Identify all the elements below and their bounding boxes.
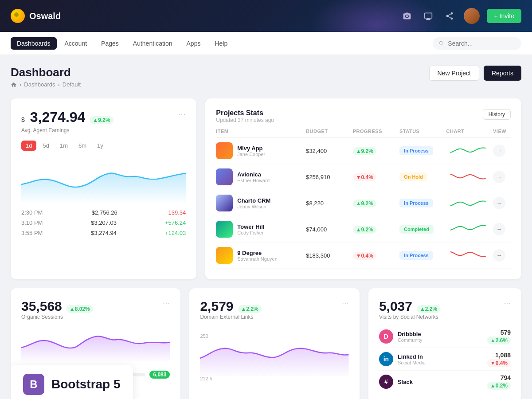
- project-progress: ▼0.4%: [353, 173, 376, 181]
- table-row: 9 Degree Savannah Nguyen $183,300 ▼0.4% …: [216, 243, 511, 269]
- project-owner: Esther Howard: [237, 178, 270, 183]
- nav-account[interactable]: Account: [59, 37, 94, 50]
- avatar[interactable]: [464, 8, 480, 24]
- nav-pages[interactable]: Pages: [95, 37, 125, 50]
- links-value: 2,579: [200, 299, 233, 314]
- earnings-card: $ 3,274.94 ▲9.2% Avg. Agent Earnings ⋯ 1…: [11, 98, 196, 279]
- organic-sessions-card: 35,568 ▲8.02% Organic Sessions ⋯: [11, 288, 180, 399]
- social-label: Visits by Social Networks: [379, 314, 440, 320]
- table-row: Avionica Esther Howard $256,910 ▼0.4% On…: [216, 164, 511, 190]
- organic-label: Organic Sessions: [21, 314, 93, 320]
- nav-dashboards[interactable]: Dashboards: [11, 37, 57, 50]
- history-button[interactable]: History: [483, 109, 511, 120]
- row2-time: 3:10 PM: [21, 219, 43, 226]
- row1-change: -139.34: [166, 209, 186, 216]
- page-title-section: Dashboard › Dashboards › Default: [11, 66, 81, 88]
- data-row-2: 3:10 PM $3,207.03 +576.24: [21, 219, 186, 226]
- table-row: Charto CRM Jenny Wilson $8,220 ▲9.2% In …: [216, 190, 511, 216]
- links-label: Domain External Links: [200, 314, 261, 320]
- breadcrumb: › Dashboards › Default: [11, 81, 81, 88]
- project-thumb: [216, 142, 233, 159]
- project-budget: $74,000: [306, 226, 349, 233]
- more-icon[interactable]: ⋯: [504, 299, 511, 307]
- project-progress: ▼0.4%: [353, 252, 376, 260]
- project-progress: ▲9.2%: [353, 226, 376, 234]
- social-badge: ▲2.2%: [417, 305, 440, 313]
- data-row-1: 2:30 PM $2,756.26 -139.34: [21, 209, 186, 216]
- time-tab-5d[interactable]: 5d: [38, 141, 53, 151]
- project-name: Charto CRM: [237, 197, 270, 204]
- time-tab-1m[interactable]: 1m: [55, 141, 72, 151]
- time-tab-1y[interactable]: 1y: [93, 141, 108, 151]
- project-chart: [446, 222, 489, 235]
- project-status: On Hold: [399, 172, 427, 181]
- project-view-btn[interactable]: →: [493, 197, 505, 209]
- breadcrumb-dashboards[interactable]: Dashboards: [24, 81, 55, 88]
- social-name: Linked In: [398, 353, 426, 360]
- logo: Oswald: [11, 9, 61, 23]
- project-owner: Jenny Wilson: [237, 204, 270, 209]
- nav-help[interactable]: Help: [208, 37, 234, 50]
- project-name: 9 Degree: [237, 250, 278, 256]
- more-icon[interactable]: ⋯: [178, 109, 186, 119]
- project-view-btn[interactable]: →: [493, 223, 505, 235]
- earnings-value: 3,274.94: [30, 109, 86, 125]
- chart-y-high: 250: [200, 333, 208, 339]
- country-value: 6,083: [149, 371, 170, 379]
- row1-time: 2:30 PM: [21, 209, 43, 216]
- search-bar: [433, 37, 521, 50]
- social-count: 579: [487, 329, 511, 336]
- table-header: ITEM BUDGET PROGRESS STATUS CHART VIEW: [216, 125, 511, 138]
- breadcrumb-current: Default: [63, 81, 81, 88]
- top-bar-actions: + Invite: [400, 8, 521, 24]
- reports-button[interactable]: Reports: [484, 66, 521, 81]
- project-budget: $183,300: [306, 252, 349, 259]
- projects-title: Projects Stats: [216, 109, 274, 117]
- project-chart: [446, 196, 489, 209]
- nav-authentication[interactable]: Authentication: [127, 37, 179, 50]
- more-icon[interactable]: ⋯: [163, 299, 170, 307]
- new-project-button[interactable]: New Project: [429, 66, 479, 81]
- time-tab-6m[interactable]: 6m: [74, 141, 91, 151]
- row3-time: 3:55 PM: [21, 230, 43, 236]
- social-type: Social Media: [398, 360, 426, 365]
- project-view-btn[interactable]: →: [493, 249, 505, 262]
- social-value: 5,037: [379, 299, 412, 314]
- links-chart: [200, 340, 348, 376]
- earnings-chart: [21, 158, 186, 202]
- col-progress: PROGRESS: [353, 129, 396, 134]
- row2-change: +576.24: [165, 219, 186, 226]
- project-owner: Cody Fisher: [237, 230, 264, 235]
- col-item: ITEM: [216, 129, 302, 134]
- social-name: Slack: [398, 379, 413, 385]
- earnings-label: Avg. Agent Earnings: [21, 127, 113, 133]
- col-budget: BUDGET: [306, 129, 349, 134]
- nav-apps[interactable]: Apps: [180, 37, 207, 50]
- slack-icon: #: [379, 375, 393, 389]
- main-cards-row: $ 3,274.94 ▲9.2% Avg. Agent Earnings ⋯ 1…: [11, 98, 521, 279]
- project-view-btn[interactable]: →: [493, 171, 505, 183]
- invite-button[interactable]: + Invite: [487, 9, 521, 23]
- more-icon[interactable]: ⋯: [342, 299, 349, 307]
- project-thumb: [216, 221, 233, 238]
- bottom-cards-row: 35,568 ▲8.02% Organic Sessions ⋯: [11, 288, 521, 399]
- page-header: Dashboard › Dashboards › Default New Pro…: [11, 66, 521, 88]
- project-status: In Process: [399, 199, 433, 207]
- social-networks-card: 5,037 ▲2.2% Visits by Social Networks ⋯ …: [368, 288, 521, 399]
- social-change: ▼0.4%: [487, 359, 511, 367]
- organic-badge: ▲8.02%: [66, 305, 93, 313]
- time-tab-1d[interactable]: 1d: [21, 141, 36, 151]
- data-row-3: 3:55 PM $3,274.94 +124.03: [21, 230, 186, 236]
- social-change: ▲2.6%: [487, 336, 511, 344]
- project-name: Avionica: [237, 171, 270, 178]
- time-tabs: 1d 5d 1m 6m 1y: [21, 141, 186, 151]
- project-chart: [446, 144, 489, 157]
- camera-icon[interactable]: [400, 9, 414, 23]
- social-count: 794: [487, 374, 511, 381]
- social-count: 1,088: [487, 352, 511, 359]
- search-input[interactable]: [448, 40, 515, 47]
- monitor-icon[interactable]: [421, 9, 435, 23]
- share-icon[interactable]: [442, 9, 457, 23]
- project-view-btn[interactable]: →: [493, 145, 505, 157]
- row3-change: +124.03: [165, 230, 186, 236]
